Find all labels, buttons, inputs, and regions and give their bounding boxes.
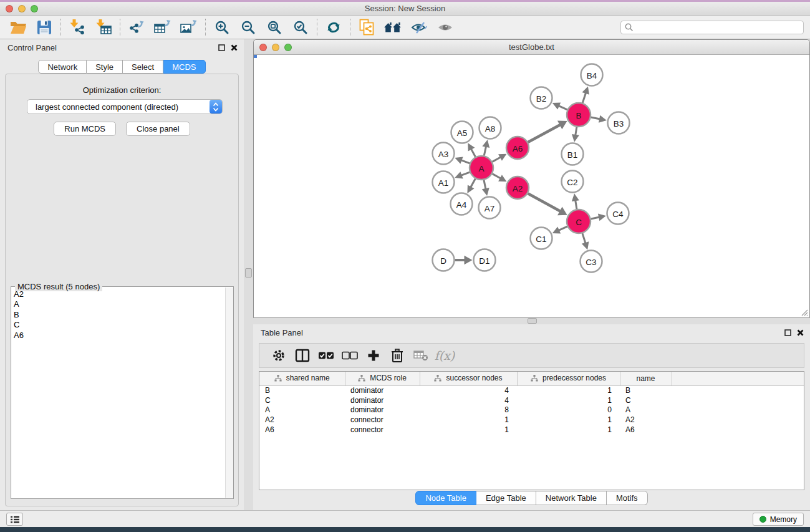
graph-node-A2[interactable]: A2 bbox=[506, 177, 529, 199]
graph-edge-A-A2[interactable] bbox=[493, 174, 501, 179]
graph-node-A1[interactable]: A1 bbox=[433, 172, 455, 193]
table-cell[interactable] bbox=[672, 425, 804, 435]
tab-network[interactable]: Network bbox=[38, 60, 87, 74]
zoom-fit-icon[interactable] bbox=[261, 17, 287, 38]
tab-mcds[interactable]: MCDS bbox=[163, 60, 205, 74]
graph-edge-C-C2[interactable] bbox=[576, 200, 577, 210]
table-cell[interactable] bbox=[672, 415, 804, 425]
table-cell[interactable] bbox=[672, 385, 804, 395]
delete-columns-icon[interactable] bbox=[385, 346, 409, 365]
float-panel-icon[interactable] bbox=[784, 329, 791, 336]
graph-node-B3[interactable]: B3 bbox=[608, 112, 630, 134]
table-cell[interactable] bbox=[672, 395, 804, 405]
table-cell[interactable]: dominator bbox=[345, 405, 420, 415]
hide-selected-icon[interactable] bbox=[406, 17, 432, 38]
split-columns-icon[interactable] bbox=[291, 346, 314, 365]
graph-node-A8[interactable]: A8 bbox=[480, 117, 501, 139]
criterion-dropdown[interactable]: largest connected component (directed) bbox=[27, 99, 223, 114]
graph-edge-A-A1[interactable] bbox=[461, 172, 470, 175]
table-row[interactable]: A6connector11A6 bbox=[259, 425, 804, 435]
open-file-icon[interactable] bbox=[5, 17, 31, 38]
table-cell[interactable]: A6 bbox=[620, 425, 672, 435]
zoom-in-icon[interactable] bbox=[209, 17, 235, 38]
close-panel-icon[interactable] bbox=[797, 329, 804, 336]
add-column-icon[interactable] bbox=[362, 346, 385, 365]
table-cell[interactable] bbox=[672, 405, 804, 415]
table-cell[interactable]: connector bbox=[345, 425, 420, 435]
save-session-icon[interactable] bbox=[31, 17, 57, 38]
export-image-icon[interactable] bbox=[176, 17, 202, 38]
export-network-icon[interactable] bbox=[123, 17, 150, 38]
tab-node-table[interactable]: Node Table bbox=[415, 491, 476, 505]
select-all-columns-icon[interactable] bbox=[314, 346, 338, 365]
graph-node-B2[interactable]: B2 bbox=[531, 87, 552, 109]
table-cell[interactable]: 4 bbox=[420, 385, 517, 395]
table-cell[interactable]: A2 bbox=[620, 415, 672, 425]
graph-edge-A6-B[interactable] bbox=[528, 125, 561, 142]
table-cell[interactable]: dominator bbox=[345, 395, 420, 405]
first-neighbors-icon[interactable] bbox=[380, 17, 406, 38]
table-cell[interactable]: dominator bbox=[345, 385, 420, 395]
graph-node-C2[interactable]: C2 bbox=[562, 171, 584, 193]
mcds-result-item[interactable]: B bbox=[11, 310, 224, 320]
split-grip-icon[interactable] bbox=[245, 268, 252, 278]
zoom-out-icon[interactable] bbox=[235, 17, 261, 38]
refresh-icon[interactable] bbox=[321, 17, 347, 38]
column-header-successor-nodes[interactable]: successor nodes bbox=[420, 372, 517, 385]
tab-network-table[interactable]: Network Table bbox=[536, 491, 607, 505]
tab-motifs[interactable]: Motifs bbox=[607, 491, 648, 505]
graph-edge-A-A8[interactable] bbox=[484, 146, 486, 155]
graph-edge-B-B2[interactable] bbox=[558, 105, 567, 109]
graph-node-C[interactable]: C bbox=[567, 210, 591, 233]
mcds-result-item[interactable]: C bbox=[11, 320, 224, 330]
table-cell[interactable]: 1 bbox=[517, 425, 620, 435]
graph-node-D[interactable]: D bbox=[433, 249, 455, 271]
mcds-result-item[interactable]: A2 bbox=[11, 289, 224, 299]
vertical-split-divider[interactable] bbox=[244, 39, 253, 510]
table-cell[interactable]: 1 bbox=[420, 415, 517, 425]
column-header-shared-name[interactable]: shared name bbox=[259, 372, 345, 385]
graph-node-A6[interactable]: A6 bbox=[506, 137, 529, 159]
graph-edge-A-A6[interactable] bbox=[493, 157, 501, 162]
graph-node-A7[interactable]: A7 bbox=[479, 197, 501, 219]
graph-edge-A-A3[interactable] bbox=[461, 160, 470, 163]
table-cell[interactable]: A6 bbox=[259, 425, 345, 435]
mcds-result-item[interactable]: A6 bbox=[11, 331, 224, 341]
tab-edge-table[interactable]: Edge Table bbox=[476, 491, 536, 505]
table-row[interactable]: A2connector11A2 bbox=[259, 415, 804, 425]
table-cell[interactable]: A2 bbox=[259, 415, 345, 425]
graph-node-A5[interactable]: A5 bbox=[451, 122, 473, 143]
graph-edge-B-B4[interactable] bbox=[582, 93, 586, 103]
table-cell[interactable]: B bbox=[259, 385, 345, 395]
mcds-result-scrollbar[interactable] bbox=[225, 288, 233, 498]
graph-edge-B-B3[interactable] bbox=[591, 117, 600, 119]
run-mcds-button[interactable]: Run MCDS bbox=[54, 122, 116, 136]
graph-node-B[interactable]: B bbox=[567, 103, 591, 127]
table-cell[interactable]: connector bbox=[345, 415, 420, 425]
table-cell[interactable]: B bbox=[620, 385, 672, 395]
graph-edge-A2-C[interactable] bbox=[528, 193, 561, 211]
import-network-icon[interactable] bbox=[64, 17, 90, 38]
graph-node-C4[interactable]: C4 bbox=[607, 203, 629, 225]
table-cell[interactable]: C bbox=[259, 395, 345, 405]
network-canvas[interactable]: AA1A2A3A4A5A6A7A8BB1B2B3B4CC1C2C3C4DD1 bbox=[254, 55, 809, 317]
graph-node-D1[interactable]: D1 bbox=[474, 249, 496, 271]
table-row[interactable]: Adominator80A bbox=[259, 405, 804, 415]
graph-edge-C-C4[interactable] bbox=[591, 217, 600, 219]
mcds-result-item[interactable]: A bbox=[11, 299, 224, 309]
graph-edge-C-C1[interactable] bbox=[558, 226, 567, 230]
show-all-icon[interactable] bbox=[432, 17, 458, 38]
table-cell[interactable]: 0 bbox=[517, 405, 620, 415]
table-settings-icon[interactable] bbox=[267, 346, 291, 365]
node-table[interactable]: shared name MCDS role successor nodes pr… bbox=[259, 371, 804, 490]
column-header-name[interactable]: name bbox=[620, 372, 672, 385]
table-cell[interactable]: 8 bbox=[420, 405, 517, 415]
table-cell[interactable]: 1 bbox=[420, 425, 517, 435]
table-row[interactable]: Bdominator41B bbox=[259, 385, 804, 395]
graph-edge-C-C3[interactable] bbox=[582, 233, 586, 243]
graph-node-A[interactable]: A bbox=[470, 156, 493, 180]
table-cell[interactable]: A bbox=[259, 405, 345, 415]
resize-grip-icon[interactable] bbox=[799, 307, 808, 316]
graph-node-A3[interactable]: A3 bbox=[433, 143, 455, 165]
graph-edge-A-A5[interactable] bbox=[471, 148, 475, 157]
